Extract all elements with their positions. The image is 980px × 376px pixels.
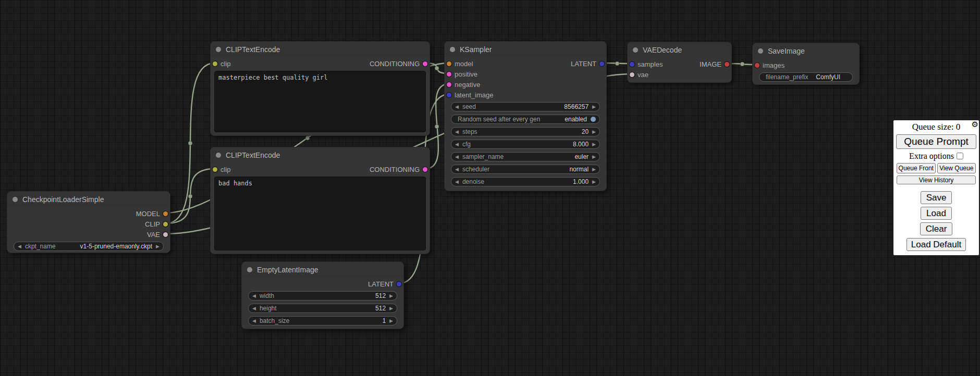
image-output-slot[interactable] (725, 62, 729, 67)
collapse-dot-icon[interactable] (758, 48, 763, 54)
widget-value: 512 (375, 292, 386, 299)
images-input-slot[interactable] (755, 63, 760, 68)
collapse-dot-icon[interactable] (247, 267, 252, 272)
output-row-model: MODEL (7, 208, 170, 219)
increase-arrow-icon[interactable] (592, 142, 596, 147)
height-widget[interactable]: height 512 (248, 304, 397, 313)
node-title-bar[interactable]: VAEDecode (628, 42, 731, 58)
increase-arrow-icon[interactable] (592, 105, 596, 109)
collapse-dot-icon[interactable] (633, 47, 638, 53)
clip-input-slot[interactable] (213, 61, 217, 66)
output-label: CONDITIONING (370, 60, 430, 68)
ckpt-name-widget[interactable]: ckpt_name v1-5-pruned-emaonly.ckpt (14, 242, 164, 251)
node-clip-text-encode-positive[interactable]: CLIPTextEncode clip CONDITIONING masterp… (210, 41, 430, 136)
widget-value: 20 (582, 128, 589, 135)
increase-arrow-icon[interactable] (389, 294, 393, 298)
decrease-arrow-icon[interactable] (252, 294, 256, 298)
latent-output-slot[interactable] (397, 282, 401, 286)
cfg-widget[interactable]: cfg 8.000 (451, 140, 600, 149)
collapse-dot-icon[interactable] (13, 197, 18, 202)
collapse-dot-icon[interactable] (450, 47, 455, 52)
slot-row: clip CONDITIONING (211, 58, 430, 69)
widget-value: 1.000 (573, 178, 589, 185)
queue-actions-row: Queue Front View Queue (896, 163, 977, 173)
previous-value-arrow-icon[interactable] (455, 167, 459, 172)
vae-input-slot[interactable] (630, 72, 634, 77)
widget-label: batch_size (260, 317, 289, 324)
next-value-arrow-icon[interactable] (156, 244, 160, 249)
node-checkpoint-loader-simple[interactable]: CheckpointLoaderSimple MODEL CLIP VAE ck… (7, 191, 170, 253)
node-title-bar[interactable]: KSampler (445, 42, 606, 57)
collapse-dot-icon[interactable] (216, 47, 221, 52)
conditioning-output-slot[interactable] (423, 61, 427, 66)
steps-widget[interactable]: steps 20 (451, 127, 600, 136)
settings-gear-icon[interactable] (972, 120, 978, 128)
vae-output-slot[interactable] (163, 232, 168, 237)
node-empty-latent-image[interactable]: EmptyLatentImage LATENT width 512 height… (241, 261, 404, 329)
positive-input-slot[interactable] (447, 72, 451, 77)
random-seed-toggle-widget[interactable]: Random seed after every gen enabled (451, 115, 600, 124)
negative-prompt-textarea[interactable]: bad hands (214, 177, 426, 250)
save-button[interactable]: Save (921, 191, 952, 204)
denoise-widget[interactable]: denoise 1.000 (451, 177, 600, 186)
clip-input-slot[interactable] (213, 167, 217, 172)
load-default-button[interactable]: Load Default (906, 238, 966, 251)
decrease-arrow-icon[interactable] (455, 180, 459, 184)
link-midpoint-dot (188, 141, 192, 145)
filename-prefix-widget[interactable]: filename_prefix ComfyUI (759, 72, 853, 82)
next-value-arrow-icon[interactable] (592, 167, 596, 172)
extra-options-checkbox[interactable] (957, 153, 963, 159)
decrease-arrow-icon[interactable] (455, 142, 459, 147)
decrease-arrow-icon[interactable] (252, 319, 256, 323)
next-value-arrow-icon[interactable] (592, 155, 596, 159)
width-widget[interactable]: width 512 (248, 291, 397, 300)
decrease-arrow-icon[interactable] (455, 105, 459, 109)
queue-front-button[interactable]: Queue Front (897, 163, 936, 173)
node-vae-decode[interactable]: VAEDecode samples IMAGE vae (627, 42, 732, 83)
positive-prompt-textarea[interactable]: masterpiece best quality girl (214, 71, 426, 132)
sampler-name-widget[interactable]: sampler_name euler (451, 152, 600, 161)
output-row-latent: LATENT (242, 279, 403, 289)
node-title: CLIPTextEncode (226, 45, 280, 54)
node-title-bar[interactable]: CLIPTextEncode (211, 42, 430, 57)
conditioning-output-slot[interactable] (423, 167, 427, 172)
latent-image-input-slot[interactable] (447, 93, 451, 97)
increase-arrow-icon[interactable] (592, 130, 596, 134)
node-title-bar[interactable]: EmptyLatentImage (242, 262, 403, 278)
decrease-arrow-icon[interactable] (252, 306, 256, 311)
node-title-bar[interactable]: CLIPTextEncode (211, 147, 430, 163)
samples-input-slot[interactable] (630, 62, 634, 67)
clear-button[interactable]: Clear (920, 222, 953, 235)
graph-canvas[interactable]: CheckpointLoaderSimple MODEL CLIP VAE ck… (0, 0, 980, 376)
seed-widget[interactable]: seed 8566257 (451, 102, 600, 111)
widget-label: denoise (462, 178, 484, 185)
view-history-button[interactable]: View History (897, 176, 976, 184)
scheduler-widget[interactable]: scheduler normal (451, 165, 600, 174)
widget-value: euler (574, 153, 589, 160)
slot-row: latent_image (445, 90, 606, 100)
node-clip-text-encode-negative[interactable]: CLIPTextEncode clip CONDITIONING bad han… (210, 147, 430, 254)
previous-value-arrow-icon[interactable] (455, 155, 459, 159)
increase-arrow-icon[interactable] (592, 180, 596, 184)
latent-output-slot[interactable] (599, 61, 604, 66)
view-queue-button[interactable]: View Queue (937, 163, 976, 173)
batch-size-widget[interactable]: batch_size 1 (248, 316, 397, 325)
model-output-slot[interactable] (163, 211, 168, 216)
collapse-dot-icon[interactable] (216, 153, 221, 158)
widget-label: width (260, 292, 274, 299)
node-title-bar[interactable]: CheckpointLoaderSimple (7, 192, 170, 207)
node-title-bar[interactable]: SaveImage (753, 43, 859, 59)
node-save-image[interactable]: SaveImage images filename_prefix ComfyUI (752, 43, 860, 85)
decrease-arrow-icon[interactable] (455, 130, 459, 134)
queue-prompt-button[interactable]: Queue Prompt (896, 134, 976, 149)
model-input-slot[interactable] (447, 61, 451, 66)
load-button[interactable]: Load (921, 207, 952, 220)
widget-value: 1 (382, 317, 386, 324)
previous-value-arrow-icon[interactable] (18, 244, 21, 249)
increase-arrow-icon[interactable] (389, 319, 393, 323)
negative-input-slot[interactable] (447, 82, 451, 87)
toggle-knob-icon[interactable] (591, 117, 596, 122)
increase-arrow-icon[interactable] (389, 306, 393, 311)
node-ksampler[interactable]: KSampler model LATENT positive negative … (444, 41, 607, 191)
clip-output-slot[interactable] (163, 222, 168, 227)
